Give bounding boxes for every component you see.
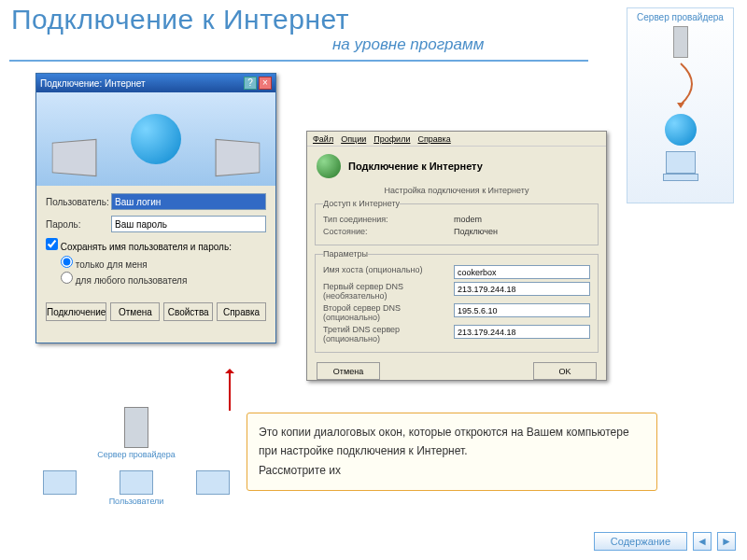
menu-help[interactable]: Справка bbox=[417, 134, 450, 144]
conn-type-value: modem bbox=[454, 215, 482, 224]
menubar: Файл Опции Профили Справка bbox=[307, 132, 606, 147]
dns2-input[interactable] bbox=[454, 303, 590, 317]
server-icon bbox=[124, 407, 148, 448]
close-icon[interactable]: × bbox=[259, 77, 272, 90]
users-label: Пользователи bbox=[43, 497, 230, 506]
connect-dialog: Подключение: Интернет ?× Пользователь: П… bbox=[35, 73, 276, 343]
client-pc-icon bbox=[196, 470, 230, 495]
user-label: Пользователь: bbox=[46, 197, 111, 207]
next-button[interactable]: ► bbox=[717, 532, 736, 551]
prev-button[interactable]: ◄ bbox=[693, 532, 712, 551]
settings-title: Подключение к Интернету bbox=[348, 161, 483, 172]
settings-subtitle: Настройка подключения к Интернету bbox=[307, 186, 606, 195]
menu-options[interactable]: Опции bbox=[341, 134, 366, 144]
dns2-label: Второй сервер DNS (опционально) bbox=[323, 303, 454, 322]
server-label: Сервер провайдера bbox=[43, 450, 230, 459]
connect-button[interactable]: Подключение bbox=[46, 302, 106, 321]
server-tower-icon bbox=[673, 26, 688, 58]
params-group: Параметры Имя хоста (опционально) Первый… bbox=[315, 249, 599, 353]
callout-arrow-icon bbox=[229, 371, 231, 411]
state-label: Состояние: bbox=[323, 227, 454, 236]
menu-profiles[interactable]: Профили bbox=[374, 134, 410, 144]
settings-dialog: Файл Опции Профили Справка Подключение к… bbox=[306, 131, 607, 381]
connection-arrow-icon bbox=[653, 62, 709, 108]
dns1-input[interactable] bbox=[454, 282, 590, 296]
save-credentials-checkbox[interactable] bbox=[46, 238, 58, 250]
globe-icon bbox=[665, 114, 697, 146]
dns3-label: Третий DNS сервер (опционально) bbox=[323, 325, 454, 343]
page-title: Подключение к Интернет bbox=[11, 4, 349, 35]
laptop-icon bbox=[216, 139, 261, 176]
client-pc-icon bbox=[120, 470, 153, 495]
cancel-button[interactable]: Отмена bbox=[110, 302, 160, 321]
dialog-banner bbox=[36, 92, 275, 186]
ok-button[interactable]: OK bbox=[533, 362, 597, 380]
host-input[interactable] bbox=[454, 265, 590, 279]
dialog-title: Подключение: Интернет bbox=[40, 78, 146, 89]
info-line: Это копии диалоговых окон, которые откро… bbox=[259, 423, 645, 441]
state-value: Подключен bbox=[454, 227, 498, 236]
conn-type-label: Тип соединения: bbox=[323, 215, 454, 224]
menu-file[interactable]: Файл bbox=[313, 134, 333, 144]
client-pc-icon bbox=[43, 470, 77, 495]
toc-button[interactable]: Содержание bbox=[594, 532, 687, 551]
radio-any-user[interactable] bbox=[61, 272, 73, 284]
properties-button[interactable]: Свойства bbox=[163, 302, 213, 321]
laptop-icon bbox=[52, 139, 97, 176]
svg-marker-0 bbox=[677, 103, 684, 108]
dns3-input[interactable] bbox=[454, 325, 590, 339]
save-credentials-label: Сохранять имя пользователя и пароль: bbox=[61, 242, 232, 252]
password-input[interactable] bbox=[111, 216, 266, 232]
access-legend: Доступ к Интернету bbox=[323, 199, 400, 208]
page-subtitle: на уровне программ bbox=[332, 35, 484, 54]
help-icon[interactable]: ? bbox=[244, 77, 257, 90]
internet-icon bbox=[317, 154, 341, 178]
side-panel: Сервер провайдера bbox=[627, 7, 734, 203]
side-server-label: Сервер провайдера bbox=[627, 12, 733, 22]
radio-any-user-label: для любого пользователя bbox=[76, 275, 188, 286]
dialog-titlebar[interactable]: Подключение: Интернет ?× bbox=[36, 74, 275, 92]
radio-only-me-label: только для меня bbox=[76, 259, 148, 270]
params-legend: Параметры bbox=[323, 249, 368, 259]
host-label: Имя хоста (опционально) bbox=[323, 265, 454, 279]
globe-icon bbox=[131, 114, 181, 164]
monitor-icon bbox=[666, 151, 696, 174]
user-input[interactable] bbox=[111, 193, 266, 210]
info-line: при настройке подключения к Интернет. bbox=[259, 441, 645, 460]
network-diagram: Сервер провайдера Пользователи bbox=[43, 407, 230, 528]
dns1-label: Первый сервер DNS (необязательно) bbox=[323, 282, 454, 301]
info-box: Это копии диалоговых окон, которые откро… bbox=[247, 413, 657, 491]
access-group: Доступ к Интернету Тип соединения:modem … bbox=[315, 199, 599, 245]
help-button[interactable]: Справка bbox=[217, 302, 266, 321]
radio-only-me[interactable] bbox=[61, 256, 73, 268]
bottom-nav: Содержание ◄ ► bbox=[594, 532, 736, 551]
password-label: Пароль: bbox=[46, 219, 111, 230]
divider bbox=[9, 60, 588, 62]
info-line: Рассмотрите их bbox=[259, 461, 645, 480]
cancel-button[interactable]: Отмена bbox=[317, 362, 380, 380]
computer-base-icon bbox=[663, 174, 698, 181]
